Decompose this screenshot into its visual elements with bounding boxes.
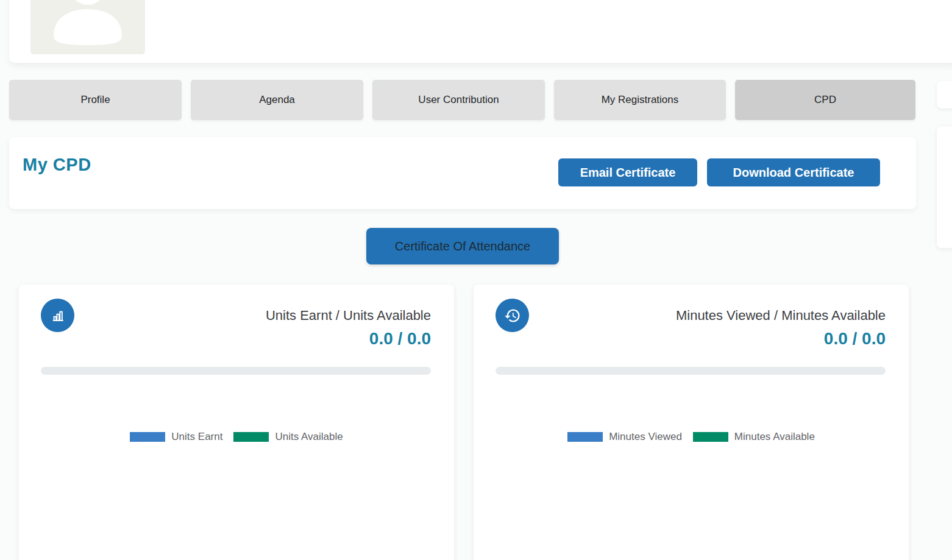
history-icon — [496, 299, 529, 332]
tab-label: User Contribution — [418, 94, 499, 106]
page: Profile Agenda User Contribution My Regi… — [0, 0, 952, 560]
page-title: My CPD — [23, 155, 91, 175]
stat-title: Units Earnt / Units Available — [266, 308, 431, 324]
legend-swatch-green — [233, 432, 269, 442]
profile-header-card — [9, 0, 952, 63]
email-certificate-button[interactable]: Email Certificate — [558, 158, 697, 186]
download-certificate-button[interactable]: Download Certificate — [707, 158, 880, 186]
tab-label: CPD — [814, 94, 836, 106]
my-cpd-card: My CPD Email Certificate Download Certif… — [9, 137, 916, 209]
legend-item: Units Available — [233, 431, 343, 442]
legend-swatch-green — [693, 432, 728, 442]
tab-label: Agenda — [259, 94, 295, 106]
tab-user-contribution[interactable]: User Contribution — [372, 80, 545, 120]
tab-label: My Registrations — [602, 94, 679, 106]
legend-swatch-blue — [567, 432, 603, 442]
legend-item: Minutes Viewed — [567, 431, 682, 442]
stat-title: Minutes Viewed / Minutes Available — [676, 308, 886, 324]
legend-label: Minutes Viewed — [609, 431, 682, 442]
legend-item: Minutes Available — [693, 431, 815, 442]
legend: Units Earnt Units Available — [19, 431, 454, 442]
minutes-stat-card: Minutes Viewed / Minutes Available 0.0 /… — [474, 285, 909, 560]
units-stat-card: Units Earnt / Units Available 0.0 / 0.0 … — [19, 285, 454, 560]
stat-head: Minutes Viewed / Minutes Available 0.0 /… — [676, 308, 886, 349]
clipped-card-right — [937, 126, 952, 248]
legend: Minutes Viewed Minutes Available — [474, 431, 909, 442]
progress-track — [41, 367, 431, 375]
stat-value: 0.0 / 0.0 — [266, 328, 431, 349]
legend-label: Units Earnt — [171, 431, 222, 442]
tab-cpd[interactable]: CPD — [735, 80, 915, 120]
progress-track — [496, 367, 886, 375]
tab-bar: Profile Agenda User Contribution My Regi… — [9, 80, 915, 120]
legend-label: Minutes Available — [734, 431, 815, 442]
stat-head: Units Earnt / Units Available 0.0 / 0.0 — [266, 308, 431, 349]
legend-label: Units Available — [275, 431, 343, 442]
tab-my-registrations[interactable]: My Registrations — [554, 80, 726, 120]
legend-swatch-blue — [130, 432, 165, 442]
clipped-card-top-right — [937, 81, 952, 108]
certificate-of-attendance-button[interactable]: Certificate Of Attendance — [366, 228, 559, 264]
bar-chart-icon — [41, 299, 74, 332]
tab-label: Profile — [80, 94, 110, 106]
avatar — [30, 0, 145, 54]
legend-item: Units Earnt — [130, 431, 222, 442]
tab-profile[interactable]: Profile — [9, 80, 182, 120]
person-icon — [30, 0, 145, 54]
tab-agenda[interactable]: Agenda — [191, 80, 363, 120]
stat-value: 0.0 / 0.0 — [676, 328, 886, 349]
